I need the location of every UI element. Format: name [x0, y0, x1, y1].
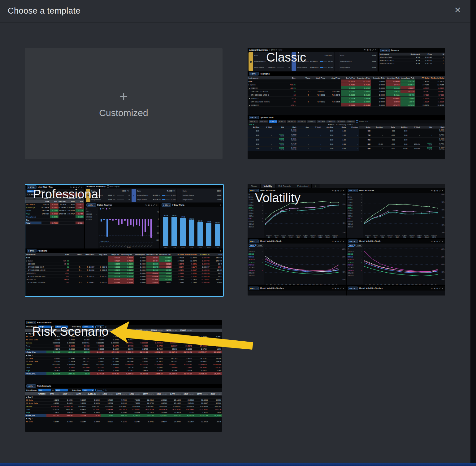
value: -	[74, 216, 75, 218]
table-cell: Value	[296, 76, 311, 79]
value: -412.0724	[145, 408, 154, 410]
value: ⇅	[332, 90, 334, 93]
value: -3.2944	[98, 339, 104, 341]
panel-control-icons: ↻ ▣ ⧉ ⤢ ✕	[431, 189, 444, 192]
table-cell: -14.3685	[193, 366, 207, 369]
price-step-select[interactable]: 1000▾	[82, 326, 94, 328]
table-cell: -	[297, 147, 309, 151]
chip: -120	[156, 239, 159, 241]
table-cell: ▾ Total_PnL	[25, 372, 46, 375]
panel-titlebar: ETH▾ Model Volatility Surface ↻ ▣ ⧉ ⤢ ✕	[347, 286, 445, 291]
chip	[193, 330, 207, 331]
value: -	[320, 148, 321, 149]
panel-control-icons: ↻ ▣ ⧉ ⤢ ✕	[431, 287, 444, 290]
price-to-input[interactable]: 25000	[55, 326, 68, 328]
value: -3.3310	[83, 336, 89, 338]
table-cell: -0.0005	[76, 369, 90, 372]
price-from-input[interactable]: 900	[38, 389, 51, 391]
chip: 16DEC22(17d)	[386, 235, 394, 238]
table-cell	[311, 83, 326, 86]
print-icon[interactable]: ⎙	[105, 389, 107, 391]
close-icon[interactable]: ✕	[454, 6, 461, 15]
value: 2.00	[256, 139, 259, 141]
value: 25	[293, 90, 296, 93]
y-axis-ticks: 75%65%55%45%35%	[343, 194, 345, 233]
table-cell: -70.2673	[114, 408, 128, 411]
value: 31.5059	[201, 399, 208, 401]
account-block: ⬨Equity75.8865PMAvailable Balance43.5306…	[132, 189, 177, 202]
panel-titlebar: BTC▾ Risk Scenario	[25, 320, 222, 325]
table-cell: 2.00	[248, 138, 260, 142]
chip: 90%	[441, 201, 444, 203]
table-cell: -0.7152	[356, 83, 371, 86]
chip: 2DEC22(3d)	[273, 235, 280, 238]
value: 18.8144	[161, 421, 167, 423]
query-button[interactable]: Query	[95, 389, 104, 391]
chip: 400 Put	[249, 215, 263, 218]
table-row: ▸ 2DEC22-15250.01990.01990.00000.0186-0.…	[25, 262, 223, 265]
table-cell	[25, 197, 41, 200]
template-card-classic[interactable]: Account Summary Hide 0 equity ↻ ▣ ⧉ ⤢ ✕ …	[248, 48, 445, 159]
value: -0.4118	[438, 94, 444, 96]
value: 0.0286	[52, 216, 58, 218]
table-cell: 12.7958	[430, 83, 445, 86]
margin-pct: -%	[125, 195, 130, 196]
value: 0.0054	[364, 101, 370, 103]
value: PnL	[54, 201, 58, 202]
big-value: 16,524.47	[46, 329, 57, 331]
template-card-volatility[interactable]: ClassicVolatilityRisk ScenarioProfession…	[248, 184, 445, 296]
chip: 350 Call	[249, 226, 263, 229]
chip: 40C	[407, 284, 410, 285]
price-step-select[interactable]: 100▾	[82, 389, 94, 391]
value: -	[320, 139, 321, 141]
query-button[interactable]: Query	[95, 326, 104, 328]
value: 30P	[384, 283, 387, 285]
value: -15	[290, 87, 293, 89]
value: -	[308, 148, 309, 149]
stacked-value: 0.0005$0.58	[279, 138, 284, 141]
table-cell: -25-	[282, 97, 296, 100]
value: 17.4205	[68, 204, 75, 205]
table-cell: 1,	[433, 56, 445, 58]
value: 0.0140	[102, 266, 107, 268]
chip: 40C	[308, 284, 311, 285]
table-cell: 17.4069	[415, 83, 430, 86]
value: -0.1174	[191, 266, 197, 268]
value: Risk	[71, 201, 75, 202]
panel-titlebar: ETH▾ Model Volatility Smile ↻ ▣ ⧉ ⤢ ✕	[347, 239, 445, 244]
value: BS Delta	[26, 421, 33, 423]
table-cell: 0.2537	[46, 369, 61, 372]
value: 0.000039	[67, 342, 75, 344]
table-cell: ▸ 2DEC22	[25, 262, 57, 265]
template-card-risk-scenario[interactable]: BTC▾ Risk Scenario Price Range 16000 to …	[25, 320, 222, 432]
table-cell: -0.5523	[76, 203, 84, 206]
print-icon[interactable]: ⎙	[105, 326, 107, 328]
stacked-value: 0.4008169.87%	[291, 133, 296, 137]
chip: 20C	[323, 284, 327, 285]
term-structure-chart-eth: 100%90%80%70%60%50% 30NOV22(1d)2DEC22(3d…	[363, 193, 445, 238]
table-cell: 13.113	[210, 269, 223, 271]
table-cell: Inventory PnL	[356, 76, 371, 79]
bar-value-label: 173.48	[189, 218, 194, 220]
table-cell: 15.0317	[172, 278, 185, 281]
table-cell: -0.9648	[121, 281, 134, 284]
value: 45C	[404, 283, 406, 285]
chip: 1300111.69%	[114, 392, 128, 395]
table-cell: -0.039395	[197, 272, 210, 274]
table-cell: ▸ Option	[25, 259, 57, 262]
table-cell: -12.753	[208, 366, 222, 369]
table-row: ▸ Option-72625-0.7152-0.71520.0000-0.646…	[248, 83, 445, 86]
price-from-input[interactable]: 16000	[38, 326, 51, 328]
chip: 30NOV22	[249, 251, 263, 253]
margin-badge: IM	[113, 195, 116, 196]
template-card-customized[interactable]: + Customized	[25, 48, 223, 159]
chip: 1400120.26%	[128, 392, 141, 395]
table-cell: -0.3319	[400, 90, 415, 93]
template-card-professional[interactable]: ETH▾ Live Risk / PnL ↻ ▣ ⧉ ⤢ ✕ 2DEC22 Eq…	[25, 184, 224, 297]
value: 1.1843	[179, 282, 184, 283]
table-cell: -1.0229	[415, 100, 430, 103]
value: Gamma ₁%	[26, 207, 35, 209]
table-cell: -1.024790	[197, 256, 210, 259]
price-to-input[interactable]: 2000	[55, 389, 68, 391]
table-cell: 32.5410	[195, 420, 209, 423]
